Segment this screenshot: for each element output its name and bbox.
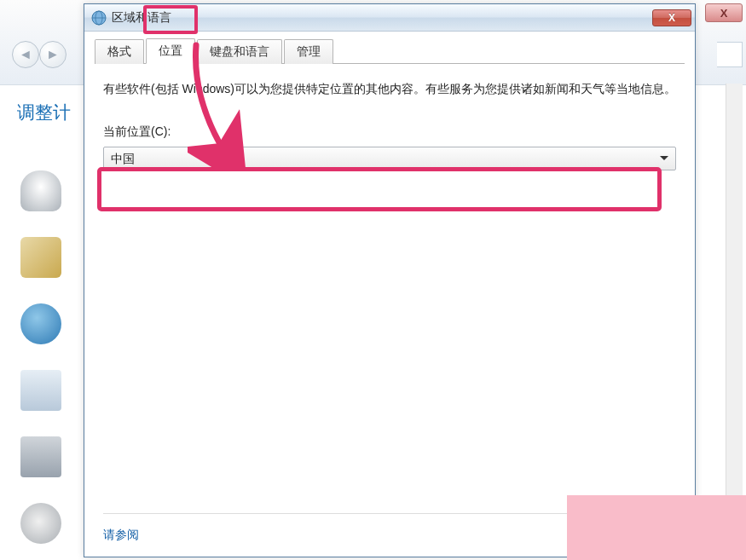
- sidebar-icon-sound[interactable]: [20, 237, 61, 278]
- tab-format[interactable]: 格式: [95, 39, 144, 64]
- tab-label: 键盘和语言: [210, 44, 269, 58]
- parent-address-fragment: [717, 42, 743, 67]
- tab-location[interactable]: 位置: [146, 38, 195, 64]
- chevron-down-icon: [660, 156, 668, 160]
- nav-forward-button[interactable]: ►: [39, 41, 67, 68]
- tab-administrative[interactable]: 管理: [284, 39, 333, 64]
- sidebar-icon-datetime[interactable]: [20, 370, 61, 411]
- parent-nav: ◄ ►: [12, 41, 67, 68]
- parent-close-button[interactable]: X: [705, 3, 743, 22]
- arrow-right-icon: ►: [46, 47, 60, 62]
- titlebar[interactable]: 区域和语言 X: [84, 4, 695, 32]
- current-location-label: 当前位置(C):: [103, 122, 676, 141]
- close-icon: X: [668, 12, 675, 24]
- parent-sidebar: [7, 170, 75, 544]
- tab-strip: 格式 位置 键盘和语言 管理: [84, 32, 695, 64]
- tab-label: 格式: [107, 44, 131, 58]
- tab-label: 管理: [297, 44, 321, 58]
- dropdown-selected-value: 中国: [111, 149, 660, 168]
- region-language-dialog: 区域和语言 X 格式 位置 键盘和语言 管理 有些软件(包括 Windows)可…: [84, 3, 696, 557]
- close-icon: X: [720, 7, 728, 20]
- watermark-block: [567, 495, 746, 560]
- parent-scrollbar[interactable]: [726, 84, 743, 557]
- sidebar-icon-region[interactable]: [20, 303, 61, 344]
- close-button[interactable]: X: [652, 9, 691, 26]
- location-description: 有些软件(包括 Windows)可以为您提供特定位置的其他内容。有些服务为您提供…: [103, 79, 676, 98]
- current-location-dropdown[interactable]: 中国: [103, 147, 676, 170]
- globe-icon: [91, 10, 107, 26]
- tab-keyboard-language[interactable]: 键盘和语言: [197, 39, 282, 64]
- nav-back-button[interactable]: ◄: [12, 41, 39, 68]
- sidebar-icon-devices[interactable]: [20, 436, 61, 477]
- dialog-title: 区域和语言: [112, 10, 652, 26]
- sidebar-icon-speaker[interactable]: [20, 503, 61, 544]
- sidebar-icon-mouse[interactable]: [20, 170, 61, 211]
- tab-content: 有些软件(包括 Windows)可以为您提供特定位置的其他内容。有些服务为您提供…: [84, 64, 695, 513]
- arrow-left-icon: ◄: [19, 47, 32, 62]
- tab-label: 位置: [159, 43, 182, 57]
- parent-heading: 调整计: [17, 101, 71, 124]
